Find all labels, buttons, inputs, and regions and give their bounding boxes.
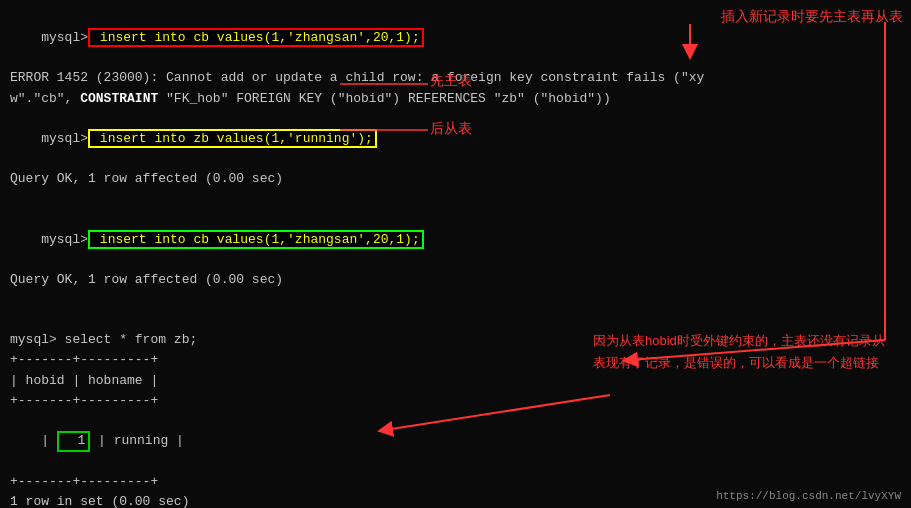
line-4: mysql> insert into zb values(1,'running'…: [10, 109, 901, 169]
annotation-master-text: 先主表: [430, 72, 472, 88]
error-text-1: ERROR 1452 (23000): Cannot add or update…: [10, 70, 704, 85]
annotation-top-right: 插入新记录时要先主表再从表: [721, 8, 903, 26]
prompt-7: mysql>: [41, 232, 88, 247]
annotation-top-right-text: 插入新记录时要先主表再从表: [721, 8, 903, 24]
cmd-1: insert into cb values(1,'zhangsan',20,1)…: [88, 28, 424, 47]
zb-sep2: +-------+---------+: [10, 393, 158, 408]
terminal: mysql> insert into cb values(1,'zhangsan…: [0, 0, 911, 508]
annotation-slave: 后从表: [430, 120, 472, 138]
cmd-4: insert into zb values(1,'running');: [88, 129, 377, 148]
annotation-bottom-right: 因为从表hobid时受外键约束的，主表还没有记录从 表现有了记录，是错误的，可以…: [593, 330, 903, 374]
ok-text-2: Query OK, 1 row affected (0.00 sec): [10, 272, 283, 287]
zb-rest: | running |: [90, 433, 184, 448]
url-label: https://blog.csdn.net/lvyXYW: [716, 490, 901, 502]
line-blank-3: [10, 310, 901, 330]
zb-pipe1: |: [41, 433, 57, 448]
annotation-bottom-line2: 表现有了记录，是错误的，可以看成是一个超链接: [593, 355, 879, 370]
select-zb-cmd: mysql> select * from zb;: [10, 332, 197, 347]
annotation-bottom-line1: 因为从表hobid时受外键约束的，主表还没有记录从: [593, 333, 885, 348]
zb-sep1: +-------+---------+: [10, 352, 158, 367]
annotation-slave-text: 后从表: [430, 120, 472, 136]
zb-hobid-value: 1: [57, 431, 90, 452]
line-5: Query OK, 1 row affected (0.00 sec): [10, 169, 901, 189]
ok-text-1: Query OK, 1 row affected (0.00 sec): [10, 171, 283, 186]
line-blank-2: [10, 290, 901, 310]
url-text: https://blog.csdn.net/lvyXYW: [716, 490, 901, 502]
zb-count: 1 row in set (0.00 sec): [10, 494, 189, 508]
zb-header: | hobid | hobname |: [10, 373, 158, 388]
line-8: Query OK, 1 row affected (0.00 sec): [10, 270, 901, 290]
cmd-7: insert into cb values(1,'zhangsan',20,1)…: [88, 230, 424, 249]
line-7: mysql> insert into cb values(1,'zhangsan…: [10, 209, 901, 269]
line-blank-1: [10, 189, 901, 209]
annotation-master: 先主表: [430, 72, 472, 90]
error-text-2: w"."cb", CONSTRAINT "FK_hob" FOREIGN KEY…: [10, 91, 611, 106]
line-zb-data: | 1 | running |: [10, 411, 901, 472]
line-3: w"."cb", CONSTRAINT "FK_hob" FOREIGN KEY…: [10, 89, 901, 109]
prompt-4: mysql>: [41, 131, 88, 146]
zb-sep3: +-------+---------+: [10, 474, 158, 489]
line-zb-sep2: +-------+---------+: [10, 391, 901, 411]
prompt-1: mysql>: [41, 30, 88, 45]
